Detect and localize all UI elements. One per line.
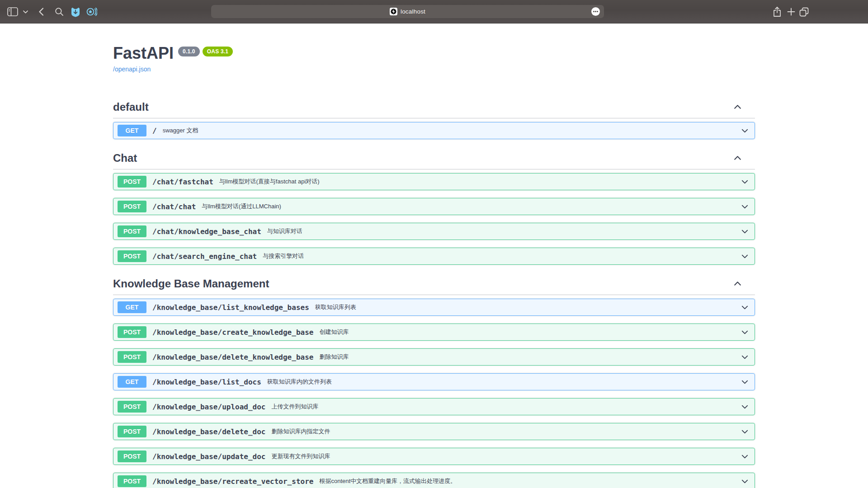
collapse-section-chevron-up-icon[interactable] — [733, 102, 742, 112]
openapi-spec-link[interactable]: /openapi.json — [113, 66, 151, 73]
expand-operation-chevron-down-icon[interactable] — [741, 452, 749, 461]
method-badge: POST — [118, 450, 146, 462]
share-icon — [773, 6, 782, 17]
expand-operation-chevron-down-icon[interactable] — [741, 477, 749, 486]
operation-row-post-chat-knowledge-base-chat[interactable]: POST/chat/knowledge_base_chat与知识库对话 — [113, 223, 755, 240]
new-tab-button[interactable] — [785, 0, 797, 23]
sidebar-toggle-button[interactable] — [6, 0, 19, 23]
shield-download-extension-icon — [71, 7, 80, 17]
operation-row-post-chat-fastchat[interactable]: POST/chat/fastchat与llm模型对话(直接与fastchat a… — [113, 173, 755, 190]
expand-operation-chevron-down-icon[interactable] — [741, 378, 749, 386]
back-button[interactable] — [36, 0, 46, 23]
api-section-chat: Chat POST/chat/fastchat与llm模型对话(直接与fastc… — [113, 147, 755, 265]
operation-row-post-knowledge-base-create-knowledge-base[interactable]: POST/knowledge_base/create_knowledge_bas… — [113, 324, 755, 341]
method-badge: GET — [118, 301, 146, 313]
section-header-chat[interactable]: Chat — [113, 147, 755, 169]
operation-row-get-knowledge-base-list-docs[interactable]: GET/knowledge_base/list_docs获取知识库内的文件列表 — [113, 373, 755, 390]
operation-summary: 获取知识库内的文件列表 — [267, 378, 332, 386]
operation-summary: 创建知识库 — [319, 328, 349, 336]
operation-summary: 删除知识库 — [319, 353, 349, 361]
expand-operation-chevron-down-icon[interactable] — [741, 252, 749, 261]
operation-path: /knowledge_base/delete_knowledge_base — [152, 353, 313, 361]
operation-summary: 与搜索引擎对话 — [263, 252, 304, 260]
operation-path: /chat/knowledge_base_chat — [152, 227, 261, 236]
operation-row-post-chat-chat[interactable]: POST/chat/chat与llm模型对话(通过LLMChain) — [113, 198, 755, 215]
operation-summary: 与知识库对话 — [267, 227, 302, 235]
expand-operation-chevron-down-icon[interactable] — [741, 127, 749, 135]
operation-row-post-knowledge-base-upload-doc[interactable]: POST/knowledge_base/upload_doc上传文件到知识库 — [113, 398, 755, 415]
tabs-overview-icon — [799, 7, 809, 17]
collapse-section-chevron-up-icon[interactable] — [733, 153, 742, 163]
back-icon — [38, 8, 44, 16]
method-badge: POST — [118, 225, 146, 237]
operation-summary: 上传文件到知识库 — [271, 403, 318, 411]
operation-path: /knowledge_base/list_docs — [152, 378, 261, 386]
extension-button-download[interactable] — [70, 0, 81, 23]
operation-summary: 更新现有文件到知识库 — [271, 452, 330, 460]
operation-row-post-chat-search-engine-chat[interactable]: POST/chat/search_engine_chat与搜索引擎对话 — [113, 248, 755, 265]
browser-toolbar: localhost — [0, 0, 868, 23]
method-badge: POST — [118, 250, 146, 262]
operation-path: /knowledge_base/delete_doc — [152, 427, 265, 436]
expand-operation-chevron-down-icon[interactable] — [741, 303, 749, 312]
section-title: Knowledge Base Management — [113, 276, 269, 291]
swagger-page: FastAPI 0.1.0 OAS 3.1 /openapi.json defa… — [104, 23, 764, 488]
api-section-knowledge-base-management: Knowledge Base Management GET/knowledge_… — [113, 272, 755, 488]
collapse-section-chevron-up-icon[interactable] — [733, 279, 742, 288]
section-header-knowledge-base-management[interactable]: Knowledge Base Management — [113, 272, 755, 295]
operation-summary: 根据content中文档重建向量库，流式输出处理进度。 — [319, 477, 456, 485]
page-settings-button[interactable] — [591, 7, 600, 16]
expand-operation-chevron-down-icon[interactable] — [741, 227, 749, 236]
sidebar-menu-button[interactable] — [22, 0, 29, 23]
tabs-overview-button[interactable] — [797, 0, 811, 23]
operation-path: /chat/chat — [152, 202, 196, 211]
star-badge-extension-icon — [86, 7, 97, 17]
operation-row-post-knowledge-base-delete-doc[interactable]: POST/knowledge_base/delete_doc删除知识库内指定文件 — [113, 423, 755, 440]
expand-operation-chevron-down-icon[interactable] — [741, 403, 749, 411]
address-bar[interactable]: localhost — [211, 5, 604, 18]
operation-row-post-knowledge-base-delete-knowledge-base[interactable]: POST/knowledge_base/delete_knowledge_bas… — [113, 348, 755, 366]
sidebar-icon — [7, 7, 18, 16]
ellipsis-icon — [593, 11, 594, 12]
expand-operation-chevron-down-icon[interactable] — [741, 178, 749, 186]
operation-summary: 删除知识库内指定文件 — [271, 427, 330, 436]
operation-row-get-root[interactable]: GET/swagger 文档 — [113, 122, 755, 139]
operation-summary: 与llm模型对话(直接与fastchat api对话) — [219, 178, 320, 186]
section-title: Chat — [113, 150, 137, 165]
expand-operation-chevron-down-icon[interactable] — [741, 353, 749, 361]
method-badge: POST — [118, 426, 146, 437]
chevron-down-icon — [23, 10, 28, 14]
api-info: FastAPI 0.1.0 OAS 3.1 /openapi.json — [113, 43, 755, 73]
operation-summary: 获取知识库列表 — [315, 303, 356, 311]
operation-path: / — [152, 127, 157, 135]
expand-operation-chevron-down-icon[interactable] — [741, 427, 749, 436]
operation-row-post-knowledge-base-recreate-vector-store[interactable]: POST/knowledge_base/recreate_vector_stor… — [113, 473, 755, 488]
operation-path: /knowledge_base/create_knowledge_base — [152, 328, 313, 337]
expand-operation-chevron-down-icon[interactable] — [741, 328, 749, 337]
operation-path: /knowledge_base/update_doc — [152, 452, 265, 461]
page-title: FastAPI — [113, 43, 174, 63]
extension-button-star[interactable] — [85, 0, 97, 23]
operation-path: /knowledge_base/recreate_vector_store — [152, 477, 313, 486]
method-badge: POST — [118, 201, 146, 212]
method-badge: GET — [118, 376, 146, 388]
operation-path: /chat/search_engine_chat — [152, 252, 257, 261]
share-button[interactable] — [771, 0, 783, 23]
expand-operation-chevron-down-icon[interactable] — [741, 202, 749, 211]
method-badge: GET — [118, 125, 146, 136]
operation-row-post-knowledge-base-update-doc[interactable]: POST/knowledge_base/update_doc更新现有文件到知识库 — [113, 448, 755, 465]
method-badge: POST — [118, 475, 146, 487]
operation-summary: 与llm模型对话(通过LLMChain) — [202, 202, 281, 211]
version-badge: 0.1.0 — [178, 47, 200, 56]
operation-row-get-knowledge-base-list-knowledge-bases[interactable]: GET/knowledge_base/list_knowledge_bases获… — [113, 299, 755, 316]
operation-path: /knowledge_base/list_knowledge_bases — [152, 303, 309, 312]
fastapi-favicon-icon — [390, 8, 397, 15]
method-badge: POST — [118, 326, 146, 338]
section-header-default[interactable]: default — [113, 96, 755, 118]
api-sections: default GET/swagger 文档 Chat POST/chat/fa… — [113, 96, 755, 488]
operation-path: /knowledge_base/upload_doc — [152, 403, 265, 411]
search-button[interactable] — [54, 0, 65, 23]
search-icon — [55, 7, 64, 16]
section-title: default — [113, 99, 149, 114]
operation-path: /chat/fastchat — [152, 178, 213, 186]
